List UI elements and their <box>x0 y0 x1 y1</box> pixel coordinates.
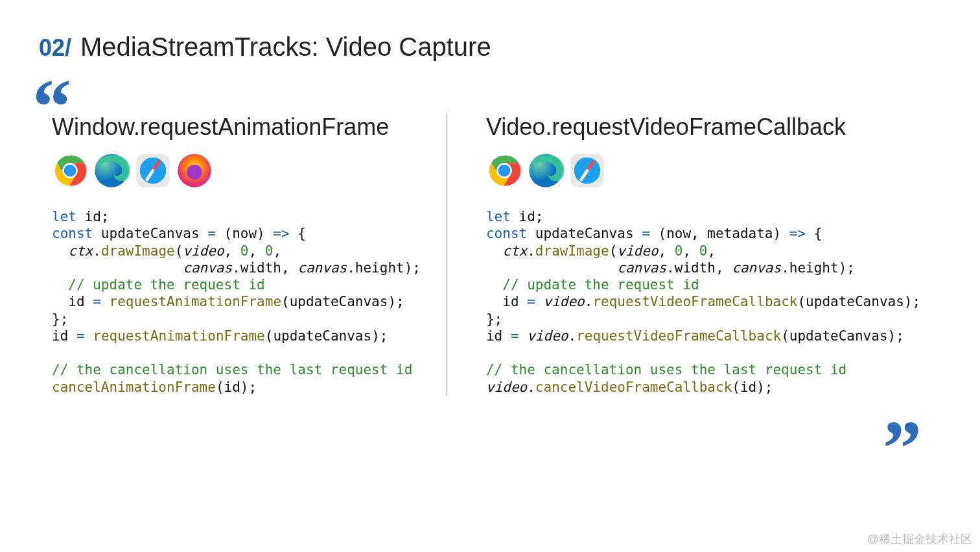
content-columns: Window.requestAnimationFrame let id; con… <box>52 114 941 396</box>
code-text <box>535 294 544 309</box>
left-title: Window.requestAnimationFrame <box>52 114 421 141</box>
right-column: Video.requestVideoFrameCallback let id; … <box>447 114 946 396</box>
code-text: }; <box>52 311 68 327</box>
code-obj: video <box>527 328 568 344</box>
code-comment: // update the request id <box>52 277 265 293</box>
code-text: updateCanvas <box>527 226 642 241</box>
code-text <box>486 243 502 259</box>
code-text: , <box>273 243 281 259</box>
code-fn: drawImage <box>101 243 175 259</box>
code-text: { <box>806 226 822 241</box>
code-text: (updateCanvas); <box>781 328 904 344</box>
edge-icon <box>528 152 564 189</box>
right-title: Video.requestVideoFrameCallback <box>486 114 920 141</box>
code-kw: const <box>52 226 93 241</box>
code-text: , <box>707 243 716 259</box>
code-op: = <box>642 226 650 241</box>
code-arg: canvas <box>617 260 666 276</box>
code-obj: video <box>486 379 527 395</box>
edge-icon <box>93 152 130 189</box>
code-text <box>52 243 68 259</box>
code-text: , <box>659 243 675 259</box>
right-browser-list <box>486 152 920 189</box>
code-text: updateCanvas <box>93 226 207 241</box>
code-text: ( <box>609 243 618 259</box>
code-text <box>519 328 528 344</box>
code-text: .width, <box>232 260 298 276</box>
code-fn: requestAnimationFrame <box>110 294 282 309</box>
code-obj: ctx <box>502 243 527 259</box>
code-text: id; <box>511 209 544 224</box>
code-text: (now, metadata) <box>650 226 789 241</box>
code-comment: // the cancellation uses the last reques… <box>486 362 846 378</box>
code-fn: cancelVideoFrameCallback <box>535 379 732 395</box>
code-text: . <box>527 379 535 395</box>
code-arg: video <box>617 243 658 259</box>
code-text: id <box>486 328 511 344</box>
code-fn: requestAnimationFrame <box>93 328 265 344</box>
code-text: (now) <box>216 226 274 241</box>
code-arg: video <box>183 243 224 259</box>
code-text: id <box>52 294 93 309</box>
code-text <box>101 294 110 309</box>
code-text: id; <box>76 209 110 224</box>
code-text: .height); <box>781 260 855 276</box>
code-op: = <box>527 294 535 309</box>
code-fn: cancelAnimationFrame <box>52 379 216 395</box>
code-text: id <box>486 294 527 309</box>
left-column: Window.requestAnimationFrame let id; con… <box>52 114 447 396</box>
code-obj: video <box>544 294 585 309</box>
code-text: .width, <box>666 260 732 276</box>
safari-icon <box>569 152 605 189</box>
code-text: , <box>249 243 265 259</box>
code-comment: // the cancellation uses the last reques… <box>52 362 412 378</box>
code-op: = <box>511 328 519 344</box>
code-op: = <box>207 226 216 241</box>
right-code-block: let id; const updateCanvas = (now, metad… <box>486 208 920 396</box>
slide-header: 02/ MediaStreamTracks: Video Capture <box>0 0 980 62</box>
code-kw: let <box>52 209 76 224</box>
code-text: (updateCanvas); <box>265 328 388 344</box>
safari-icon <box>135 152 171 189</box>
watermark: @稀土掘金技术社区 <box>867 531 972 547</box>
chrome-icon <box>52 152 88 189</box>
left-browser-list <box>52 152 421 189</box>
code-obj: ctx <box>68 243 93 259</box>
chrome-icon <box>486 152 522 189</box>
code-text: , <box>224 243 240 259</box>
code-fn: requestVideoFrameCallback <box>576 328 781 344</box>
code-kw: const <box>486 226 527 241</box>
code-text <box>85 328 93 344</box>
section-number: 02/ <box>39 34 71 62</box>
code-num: 0 <box>265 243 274 259</box>
code-num: 0 <box>675 243 683 259</box>
code-kw: let <box>486 209 511 224</box>
code-text: ( <box>175 243 183 259</box>
code-text <box>486 260 617 276</box>
code-text: }; <box>486 311 502 327</box>
code-text: , <box>682 243 699 259</box>
code-text: (id); <box>216 379 257 395</box>
code-text <box>52 260 183 276</box>
slide-title: MediaStreamTracks: Video Capture <box>80 32 491 62</box>
code-arg: canvas <box>298 260 347 276</box>
svg-point-8 <box>187 165 202 180</box>
code-fn: drawImage <box>535 243 609 259</box>
code-op: => <box>273 226 289 241</box>
code-text: . <box>93 243 101 259</box>
code-text: . <box>585 294 593 309</box>
code-op: = <box>93 294 101 309</box>
code-text: (updateCanvas); <box>281 294 404 309</box>
quote-close-icon: ” <box>883 409 922 487</box>
code-arg: canvas <box>732 260 781 276</box>
quote-open-icon: “ <box>32 68 71 146</box>
code-text: (updateCanvas); <box>797 294 920 309</box>
firefox-icon <box>176 152 213 189</box>
code-op: = <box>76 328 85 344</box>
code-num: 0 <box>699 243 708 259</box>
code-op: => <box>789 226 806 241</box>
code-text: id <box>52 328 76 344</box>
code-text: . <box>568 328 576 344</box>
code-text: (id); <box>732 379 773 395</box>
left-code-block: let id; const updateCanvas = (now) => { … <box>52 208 421 396</box>
